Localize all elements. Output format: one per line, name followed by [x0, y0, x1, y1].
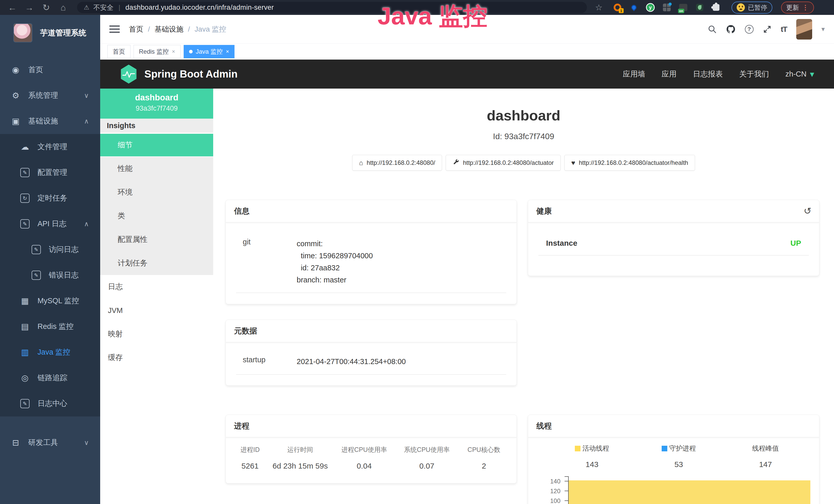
- health-card: 健康 ↺ Instance UP: [528, 200, 819, 276]
- info-row-value: commit: time: 1596289704000 id: 27aa832 …: [297, 238, 373, 286]
- text-size-icon[interactable]: tT: [781, 25, 787, 33]
- sba-locale-select[interactable]: zh-CN ▾: [786, 70, 814, 78]
- extension-on-icon[interactable]: on: [679, 3, 688, 12]
- sidebar-item-config-management[interactable]: ✎ 配置管理: [0, 160, 100, 185]
- locale-caret-down-icon: ▾: [810, 70, 814, 78]
- insights-item-environment[interactable]: 环境: [100, 181, 213, 204]
- instance-header[interactable]: dashboard 93a3fc7f7409: [100, 89, 213, 119]
- sba-logo-icon[interactable]: [120, 65, 137, 84]
- browser-forward-icon[interactable]: →: [23, 3, 36, 12]
- sidebar-item-mysql-monitor[interactable]: ▦ MySQL 监控: [0, 288, 100, 314]
- sba-nav-wallboard[interactable]: 应用墙: [623, 69, 645, 79]
- locale-value: zh-CN: [786, 70, 807, 78]
- paused-profile-chip[interactable]: 已暂停: [731, 2, 772, 14]
- security-label[interactable]: 不安全: [93, 3, 113, 12]
- browser-back-icon[interactable]: ←: [6, 3, 19, 12]
- log-icon: ✎: [30, 245, 42, 254]
- browser-update-button[interactable]: 更新 ⋮: [781, 2, 814, 14]
- extension-leaf-icon[interactable]: [695, 3, 704, 12]
- browser-menu-dots-icon[interactable]: ⋮: [802, 4, 809, 12]
- sba-nav-journal[interactable]: 日志报表: [693, 69, 723, 79]
- insights-item-metrics[interactable]: 性能: [100, 157, 213, 181]
- health-url-button[interactable]: ♥ http://192.168.0.2:48080/actuator/heal…: [564, 155, 695, 171]
- fullscreen-icon[interactable]: [763, 25, 772, 33]
- breadcrumb-infrastructure[interactable]: 基础设施: [155, 24, 183, 34]
- tab-label: 首页: [113, 47, 125, 56]
- metadata-row-value: 2021-04-27T00:44:31.254+08:00: [297, 356, 406, 368]
- health-instance-row[interactable]: Instance UP: [539, 230, 809, 255]
- y-tick-100: 100: [536, 497, 561, 504]
- sidebar-item-infrastructure[interactable]: ▣ 基础设施 ∧: [0, 108, 100, 134]
- github-icon[interactable]: [726, 24, 736, 34]
- bookmark-star-icon[interactable]: ☆: [595, 3, 602, 12]
- page-url[interactable]: dashboard.yudao.iocoder.cn/infra/admin-s…: [125, 4, 274, 12]
- sidebar-item-label: Redis 监控: [38, 321, 73, 332]
- legend-value: 147: [722, 460, 809, 469]
- hamburger-icon[interactable]: [109, 25, 120, 33]
- sidebar-item-tracing[interactable]: ◎ 链路追踪: [0, 365, 100, 391]
- sba-nav-applications[interactable]: 应用: [662, 69, 677, 79]
- sidebar-item-error-logs[interactable]: ✎ 错误日志: [0, 262, 100, 288]
- tab-home[interactable]: 首页: [107, 45, 130, 58]
- instance-item-jvm[interactable]: JVM: [100, 299, 213, 322]
- extension-pin-icon[interactable]: [629, 3, 639, 12]
- app-logo-row[interactable]: 芋道管理系统: [0, 15, 100, 51]
- extension-grid-icon[interactable]: [662, 3, 672, 12]
- app-title: 芋道管理系统: [40, 28, 86, 38]
- sidebar-item-api-logs[interactable]: ✎ API 日志 ∧: [0, 211, 100, 237]
- user-avatar[interactable]: [796, 19, 812, 40]
- sba-nav-about[interactable]: 关于我们: [739, 69, 769, 79]
- breadcrumb-home[interactable]: 首页: [129, 24, 143, 34]
- insights-item-details[interactable]: 细节: [100, 133, 213, 157]
- metadata-card: 元数据 startup 2021-04-27T00:44:31.254+08:0…: [225, 320, 517, 386]
- address-bar[interactable]: ⚠ 不安全 | dashboard.yudao.iocoder.cn/infra…: [77, 2, 587, 13]
- service-url: http://192.168.0.2:48080/: [367, 159, 435, 166]
- close-icon[interactable]: ×: [226, 48, 229, 55]
- schedule-box: ↻: [20, 193, 29, 203]
- instance-links: ⌂ http://192.168.0.2:48080/ http://192.1…: [213, 155, 834, 171]
- extension-orange-ring-icon[interactable]: 1: [613, 3, 622, 12]
- sidebar-item-redis-monitor[interactable]: ▤ Redis 监控: [0, 314, 100, 339]
- app-logo-image: [13, 23, 32, 42]
- sidebar-item-label: API 日志: [38, 219, 67, 229]
- sidebar-item-log-center[interactable]: ✎ 日志中心: [0, 391, 100, 416]
- log-box: ✎: [20, 399, 29, 408]
- insights-item-classes[interactable]: 类: [100, 204, 213, 228]
- actuator-url-button[interactable]: http://192.168.0.2:48080/actuator: [446, 155, 561, 171]
- extensions-puzzle-icon[interactable]: [711, 3, 721, 12]
- instance-item-caches[interactable]: 缓存: [100, 346, 213, 369]
- info-card-title: 信息: [226, 200, 517, 222]
- close-icon[interactable]: ×: [172, 48, 175, 55]
- sidebar-item-home[interactable]: ◉ 首页: [0, 57, 100, 83]
- dark-square: on: [679, 4, 687, 11]
- column-header: 运行时间: [268, 445, 332, 454]
- sidebar-item-dev-tools[interactable]: ⊟ 研发工具 ∨: [0, 430, 100, 456]
- sidebar-item-system-management[interactable]: ⚙ 系统管理 ∨: [0, 83, 100, 108]
- help-icon[interactable]: ?: [745, 25, 753, 33]
- search-icon[interactable]: [708, 25, 717, 33]
- sidebar-item-file-management[interactable]: ☁ 文件管理: [0, 134, 100, 160]
- instance-item-mappings[interactable]: 映射: [100, 322, 213, 346]
- browser-reload-icon[interactable]: ↻: [40, 3, 53, 12]
- table-icon: ▦: [19, 296, 31, 306]
- extension-green-y-icon[interactable]: y: [646, 3, 655, 12]
- sidebar-item-scheduled-tasks[interactable]: ↻ 定时任务: [0, 185, 100, 211]
- sba-brand-title[interactable]: Spring Boot Admin: [144, 68, 238, 80]
- avatar-caret-down-icon[interactable]: ▾: [821, 25, 825, 33]
- legend-label: 线程峰值: [752, 444, 779, 452]
- browser-home-icon[interactable]: ⌂: [57, 3, 70, 12]
- security-warning-icon: ⚠: [84, 4, 89, 11]
- history-icon[interactable]: ↺: [804, 206, 811, 216]
- toolbox-icon: ⊟: [10, 438, 22, 448]
- service-url-button[interactable]: ⌂ http://192.168.0.2:48080/: [352, 155, 442, 171]
- sidebar-item-access-logs[interactable]: ✎ 访问日志: [0, 237, 100, 262]
- tab-redis-monitor[interactable]: Redis 监控 ×: [134, 45, 180, 58]
- grid-shape: [663, 4, 671, 11]
- sidebar-item-java-monitor[interactable]: ▥ Java 监控: [0, 339, 100, 365]
- home-icon: ⌂: [359, 159, 363, 167]
- instance-name: dashboard: [100, 93, 213, 102]
- insights-item-scheduled-tasks[interactable]: 计划任务: [100, 251, 213, 275]
- insights-item-config-props[interactable]: 配置属性: [100, 228, 213, 251]
- instance-item-logs[interactable]: 日志: [100, 275, 213, 299]
- tab-java-monitor[interactable]: Java 监控 ×: [184, 45, 235, 58]
